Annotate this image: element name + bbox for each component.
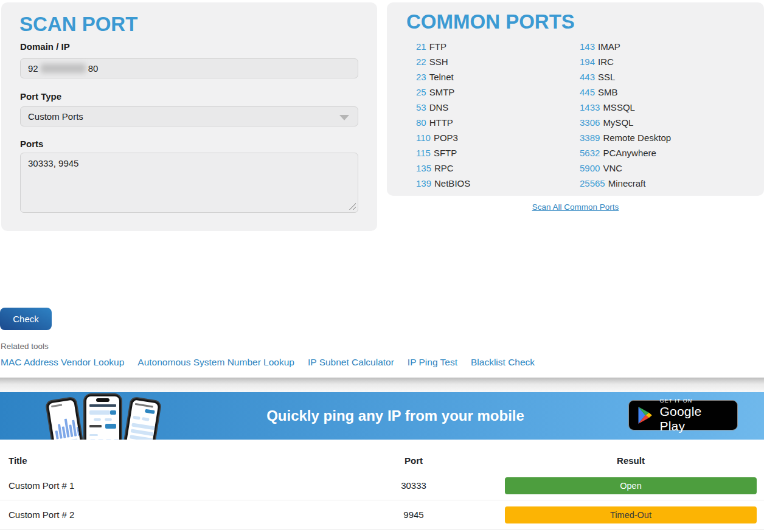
redacted-ip-blur	[41, 64, 86, 73]
check-button[interactable]: Check	[0, 308, 52, 330]
common-ports-panel: COMMON PORTS 21FTP22SSH23Telnet25SMTP53D…	[387, 2, 764, 196]
common-port-number-link[interactable]: 194	[580, 57, 595, 67]
common-ports-column-right: 143IMAP194IRC443SSL445SMB1433MSSQL3306My…	[580, 39, 671, 191]
section-divider	[0, 378, 764, 392]
results-body: Custom Port # 130333OpenCustom Port # 29…	[0, 471, 764, 530]
common-port-number-link[interactable]: 23	[416, 72, 426, 82]
common-port-number-link[interactable]: 135	[416, 163, 431, 173]
google-play-badge[interactable]: GET IT ON Google Play	[628, 400, 738, 430]
common-port-number-link[interactable]: 115	[416, 148, 431, 158]
common-port-item: 5632PCAnywhere	[580, 145, 671, 161]
common-port-item: 25SMTP	[416, 85, 470, 100]
common-port-item: 115SFTP	[416, 145, 470, 161]
common-port-number-link[interactable]: 25565	[580, 178, 605, 188]
common-port-name: FTP	[429, 41, 446, 52]
common-port-number-link[interactable]: 443	[580, 72, 595, 82]
common-port-item: 194IRC	[580, 54, 671, 69]
common-port-number-link[interactable]: 5632	[580, 148, 600, 158]
common-port-number-link[interactable]: 445	[580, 87, 595, 97]
common-ports-title: COMMON PORTS	[406, 11, 575, 33]
common-port-item: 21FTP	[416, 39, 470, 54]
common-port-number-link[interactable]: 53	[416, 102, 426, 112]
common-port-item: 143IMAP	[580, 39, 671, 54]
common-port-name: IRC	[598, 57, 614, 67]
ports-label: Ports	[20, 139, 43, 149]
result-port-cell: 30333	[341, 480, 487, 491]
common-port-item: 135RPC	[416, 161, 470, 176]
port-type-label: Port Type	[20, 91, 61, 102]
common-port-item: 445SMB	[580, 85, 671, 100]
column-header-port: Port	[341, 455, 487, 466]
common-port-name: SMB	[598, 87, 618, 97]
common-port-name: VNC	[603, 163, 622, 173]
common-port-item: 3306MySQL	[580, 115, 671, 130]
google-play-label: Google Play	[660, 404, 729, 434]
common-port-number-link[interactable]: 143	[580, 41, 595, 52]
common-port-name: Telnet	[429, 72, 454, 82]
google-play-icon	[637, 406, 653, 424]
common-port-name: MSSQL	[603, 102, 635, 112]
ports-textarea[interactable]: 30333, 9945	[20, 153, 358, 213]
common-port-item: 25565Minecraft	[580, 176, 671, 191]
common-port-name: Remote Desktop	[603, 133, 671, 143]
common-port-number-link[interactable]: 3306	[580, 117, 600, 128]
result-cell: Timed-Out	[487, 506, 764, 523]
domain-ip-value-prefix: 92	[28, 63, 38, 74]
results-header-row: Title Port Result	[0, 440, 764, 471]
domain-ip-label: Domain / IP	[20, 41, 70, 52]
common-port-name: Minecraft	[608, 178, 646, 188]
domain-ip-input[interactable]: 9280	[20, 58, 358, 78]
related-tool-link[interactable]: Blacklist Check	[471, 357, 535, 368]
related-tool-link[interactable]: IP Subnet Calculator	[308, 357, 394, 368]
common-port-number-link[interactable]: 139	[416, 178, 431, 188]
google-play-get-it-on: GET IT ON	[660, 398, 729, 404]
related-tools-label: Related tools	[1, 342, 49, 351]
related-tools-links: MAC Address Vendor LookupAutonomous Syst…	[1, 357, 535, 368]
common-ports-column-left: 21FTP22SSH23Telnet25SMTP53DNS80HTTP110PO…	[416, 39, 470, 191]
phone-mockup-left	[45, 396, 87, 440]
common-port-name: MySQL	[603, 117, 633, 128]
common-port-name: IMAP	[598, 41, 620, 52]
banner-headline: Quickly ping any IP from your mobile	[152, 407, 639, 424]
related-tool-link[interactable]: Autonomous System Number Lookup	[137, 357, 294, 368]
common-port-item: 443SSL	[580, 69, 671, 85]
result-cell: Open	[487, 477, 764, 494]
result-title-cell: Custom Port # 2	[0, 510, 341, 520]
common-port-number-link[interactable]: 1433	[580, 102, 600, 112]
common-port-item: 80HTTP	[416, 115, 470, 130]
result-port-cell: 9945	[341, 510, 487, 520]
common-port-name: RPC	[434, 163, 454, 173]
common-port-name: SSH	[429, 57, 448, 67]
result-status-badge: Timed-Out	[505, 506, 757, 523]
common-port-item: 1433MSSQL	[580, 100, 671, 115]
common-port-item: 23Telnet	[416, 69, 470, 85]
common-port-name: DNS	[429, 102, 449, 112]
common-port-number-link[interactable]: 25	[416, 87, 426, 97]
common-port-number-link[interactable]: 3389	[580, 133, 600, 143]
port-type-select[interactable]: Custom Ports	[20, 106, 358, 126]
common-port-number-link[interactable]: 21	[416, 41, 426, 52]
phone-mockup-center	[83, 393, 122, 440]
scan-port-title: SCAN PORT	[19, 13, 137, 35]
phone-mockups-image	[49, 392, 158, 440]
common-port-item: 3389Remote Desktop	[580, 130, 671, 145]
common-port-number-link[interactable]: 5900	[580, 163, 600, 173]
common-port-name: PCAnywhere	[603, 148, 656, 158]
common-port-number-link[interactable]: 80	[416, 117, 426, 128]
common-port-name: POP3	[434, 133, 458, 143]
port-type-selected-value: Custom Ports	[28, 111, 83, 122]
scan-all-common-ports-link[interactable]: Scan All Common Ports	[532, 202, 619, 212]
mobile-app-banner: Quickly ping any IP from your mobile GET…	[0, 392, 764, 440]
related-tool-link[interactable]: MAC Address Vendor Lookup	[1, 357, 124, 368]
common-port-item: 53DNS	[416, 100, 470, 115]
common-port-number-link[interactable]: 110	[416, 133, 431, 143]
scan-port-panel: SCAN PORT Domain / IP 9280 Port Type Cus…	[1, 2, 377, 231]
common-port-name: SFTP	[434, 148, 457, 158]
common-port-item: 5900VNC	[580, 161, 671, 176]
result-status-badge: Open	[505, 477, 757, 494]
common-port-item: 22SSH	[416, 54, 470, 69]
related-tool-link[interactable]: IP Ping Test	[408, 357, 457, 368]
phone-notch	[96, 398, 109, 402]
common-port-number-link[interactable]: 22	[416, 57, 426, 67]
column-header-title: Title	[0, 455, 341, 466]
